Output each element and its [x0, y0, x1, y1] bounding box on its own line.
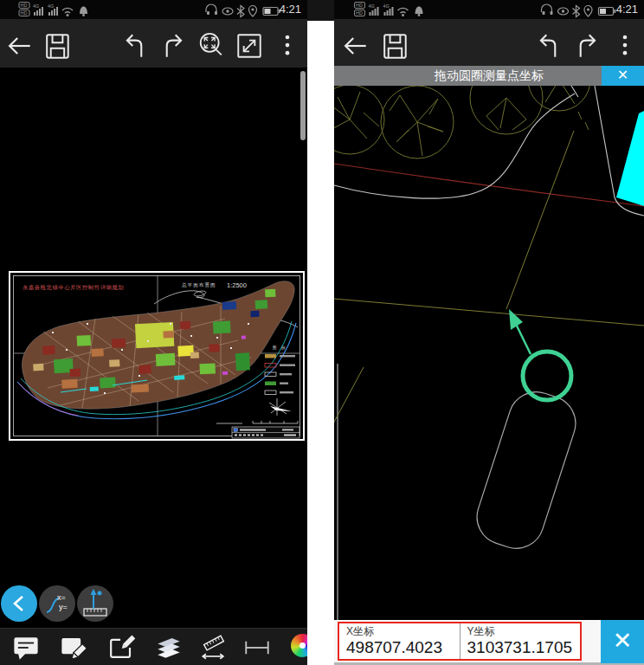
undo-icon[interactable] — [531, 29, 566, 63]
cad-scene — [334, 86, 644, 620]
zoom-extents-icon[interactable] — [194, 29, 229, 63]
redo-icon[interactable] — [156, 29, 190, 63]
location-icon — [249, 6, 257, 17]
status-bar: HDHD 4G4G — [0, 0, 307, 19]
fullscreen-icon[interactable] — [232, 29, 267, 63]
y-coordinate-field[interactable]: Y坐标 3103731.1705 — [460, 623, 581, 659]
drawing-canvas[interactable]: 永嘉县瓯北镇中心片区控制性详细规划 总平面布置图 1:2500 — [0, 68, 307, 628]
scale-label: 1:2500 — [227, 281, 247, 289]
save-icon[interactable] — [377, 29, 412, 63]
bottom-toolbar — [0, 628, 307, 665]
svg-text:HD: HD — [21, 10, 28, 16]
svg-text:HD: HD — [356, 10, 363, 16]
status-icons: HDHD 4G4G — [334, 0, 644, 19]
measure-length-icon[interactable] — [196, 630, 231, 665]
comment-icon[interactable] — [9, 630, 43, 665]
measure-circle — [523, 352, 571, 400]
building-outline — [470, 384, 583, 555]
redo-icon[interactable] — [570, 29, 604, 63]
top-toolbar — [334, 19, 644, 68]
headset-icon — [542, 4, 552, 12]
panel-divider — [307, 0, 334, 665]
y-value: 3103731.1705 — [467, 637, 581, 658]
chevron-left-icon — [1, 585, 37, 622]
measure-tool-panel: HDHD 4G4G — [334, 0, 644, 665]
back-icon[interactable] — [2, 29, 36, 63]
measure-distance-icon[interactable] — [240, 630, 274, 665]
plan-label: 总平面布置图 — [181, 282, 216, 287]
bluetooth-icon — [237, 6, 244, 17]
red-polyline — [334, 164, 644, 206]
coordinate-box: X坐标 498707.4023 Y坐标 3103731.1705 — [338, 622, 582, 661]
measure-banner: 拖动圆圈测量点坐标 ✕ — [334, 66, 644, 86]
svg-text:y=: y= — [59, 603, 68, 611]
x-label: X坐标 — [346, 625, 460, 637]
svg-text:HD: HD — [356, 3, 363, 8]
olive-lines — [334, 131, 644, 435]
measure-marker[interactable] — [509, 309, 571, 400]
bell-icon — [415, 7, 423, 16]
tree-canopies — [334, 86, 590, 158]
undo-icon[interactable] — [118, 29, 152, 63]
y-label: Y坐标 — [467, 625, 581, 637]
compose-icon[interactable] — [104, 630, 138, 665]
close-measure-button[interactable]: ✕ — [601, 620, 644, 663]
cad-canvas[interactable] — [334, 86, 644, 620]
headset-icon — [206, 4, 216, 12]
save-icon[interactable] — [40, 29, 74, 63]
cad-sheet: 永嘉县瓯北镇中心片区控制性详细规划 总平面布置图 1:2500 — [9, 271, 305, 441]
coordinate-result-bar: X坐标 498707.4023 Y坐标 3103731.1705 ✕ — [334, 620, 644, 665]
back-icon[interactable] — [338, 29, 372, 63]
color-palette-icon[interactable] — [291, 634, 307, 657]
coordinate-query-button[interactable]: x= y= — [39, 585, 75, 622]
svg-text:4G: 4G — [383, 3, 390, 9]
bell-icon — [80, 7, 87, 16]
more-icon[interactable] — [270, 29, 305, 63]
clock: 4:21 — [280, 3, 301, 16]
svg-text:4G: 4G — [48, 3, 54, 9]
scrollbar[interactable] — [300, 71, 306, 140]
svg-text:4G: 4G — [33, 3, 39, 9]
layers-icon[interactable] — [151, 630, 186, 665]
more-icon[interactable] — [608, 29, 642, 63]
location-icon — [584, 6, 592, 17]
xy-coordinate-icon: x= y= — [39, 585, 75, 622]
site-plan-map: 永嘉县瓯北镇中心片区控制性详细规划 总平面布置图 1:2500 — [9, 271, 305, 441]
bluetooth-icon — [573, 6, 580, 17]
note-edit-icon[interactable] — [56, 630, 91, 665]
x-value: 498707.4023 — [346, 637, 460, 658]
elevation-measure-button[interactable] — [77, 585, 113, 622]
wifi-icon — [62, 8, 73, 13]
svg-text:4G: 4G — [369, 3, 375, 9]
measure-arrow — [509, 309, 523, 330]
status-bar: HDHD 4G4G — [334, 0, 644, 19]
elevation-ruler-icon — [77, 585, 113, 622]
banner-close-button[interactable]: ✕ — [602, 66, 644, 86]
svg-text:x=: x= — [57, 593, 66, 602]
collapse-toolbar-button[interactable] — [1, 585, 37, 622]
title-block — [232, 427, 299, 438]
clock: 4:21 — [616, 3, 638, 16]
status-icons: HDHD 4G4G — [0, 0, 307, 19]
svg-text:HD: HD — [21, 3, 28, 8]
wifi-icon — [398, 8, 409, 13]
x-coordinate-field[interactable]: X坐标 498707.4023 — [339, 623, 460, 659]
map-title: 永嘉县瓯北镇中心片区控制性详细规划 — [23, 284, 124, 291]
banner-text: 拖动圆圈测量点坐标 — [334, 66, 644, 86]
top-toolbar — [0, 19, 307, 68]
cad-viewer-panel: HDHD 4G4G — [0, 0, 307, 665]
cyan-region — [616, 111, 644, 206]
